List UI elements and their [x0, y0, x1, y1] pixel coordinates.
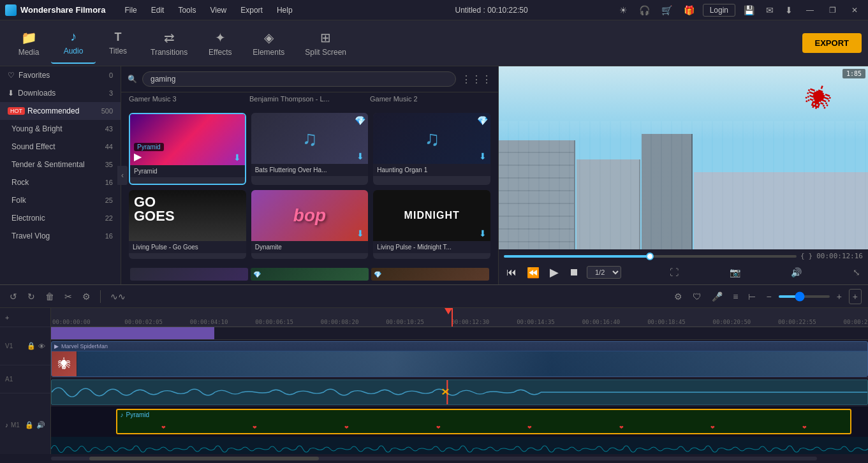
sidebar-item-young-bright[interactable]: Young & Bright 43 [0, 120, 121, 138]
download-icon[interactable]: ⬇ [782, 4, 796, 17]
screenshot-icon[interactable]: 📷 [727, 266, 743, 279]
delete-button[interactable]: 🗑 [42, 290, 57, 304]
tool-titles[interactable]: T Titles [96, 23, 140, 64]
tool-audio[interactable]: ♪ Audio [51, 23, 96, 64]
menu-edit[interactable]: Edit [145, 3, 171, 17]
add-track-button[interactable]: + [849, 289, 862, 304]
audio-card-dynamite[interactable]: bop ⬇ Dynamite [251, 190, 369, 260]
sidebar-item-recommended[interactable]: HOT Recommended 500 [0, 102, 121, 120]
cart-icon[interactable]: 🛒 [658, 4, 675, 17]
search-input[interactable] [142, 71, 456, 87]
headphone-icon[interactable]: 🎧 [636, 4, 653, 17]
grid-view-icon[interactable]: ⋮⋮⋮ [461, 73, 492, 85]
tool-effects[interactable]: ✦ Effects [198, 23, 242, 64]
ruler-mark-3: 00:00:06:15 [255, 319, 293, 325]
favorites-count: 0 [109, 71, 113, 79]
cut-button[interactable]: ✂ [61, 290, 75, 304]
audio-sidebar: ♡ Favorites 0 ⬇ Downloads 3 HOT Recommen… [0, 66, 121, 284]
building-2 [577, 159, 640, 249]
progress-bar[interactable] [504, 255, 797, 258]
settings-icon-2[interactable]: ⚙ [671, 290, 686, 304]
sidebar-collapse-arrow[interactable]: ‹ [117, 166, 128, 185]
sidebar-item-favorites[interactable]: ♡ Favorites 0 [0, 66, 121, 84]
volume-icon-track[interactable]: 🔊 [36, 421, 45, 429]
lock-icon[interactable]: 🔒 [27, 342, 36, 350]
minimize-button[interactable]: — [801, 4, 819, 16]
audio-card-midnight[interactable]: MIDNIGHT ⬇ Living Pulse - Midnight T... [373, 190, 490, 260]
tool-split-screen[interactable]: ⊞ Split Screen [295, 23, 357, 64]
download-icon-5[interactable]: ⬇ [479, 228, 487, 239]
sidebar-item-electronic[interactable]: Electronic 22 [0, 209, 121, 227]
playhead[interactable] [452, 308, 453, 327]
lock-icon-2[interactable]: 🔒 [25, 421, 34, 429]
zoom-out-icon[interactable]: − [763, 290, 774, 304]
restore-button[interactable]: ❐ [824, 4, 841, 16]
menu-view[interactable]: View [203, 3, 233, 17]
menu-tools[interactable]: Tools [172, 3, 202, 17]
audio-card-haunting[interactable]: ♫ 💎 ⬇ Haunting Organ 1 [373, 113, 490, 185]
save-icon[interactable]: 💾 [740, 4, 758, 17]
login-button[interactable]: Login [703, 4, 735, 17]
audio-icon: ♪ [70, 29, 77, 44]
preview-timecode: 00:00:12:16 [816, 252, 863, 260]
step-back-button[interactable]: ⏪ [524, 265, 542, 280]
stop-button[interactable]: ⏹ [566, 265, 582, 279]
sidebar-item-travel-vlog[interactable]: Travel Vlog 16 [0, 227, 121, 245]
tool-elements[interactable]: ◈ Elements [242, 23, 295, 64]
downloads-icon: ⬇ [8, 89, 14, 98]
audio-card-bats[interactable]: ♫ 💎 ⬇ Bats Fluttering Over Ha... [251, 113, 369, 185]
timeline: ↺ ↻ 🗑 ✂ ⚙ ∿∿ ⚙ 🛡 🎤 ≡ ⊢ − + + + V1 🔒 👁 [0, 284, 868, 463]
download-icon-2[interactable]: ⬇ [357, 151, 364, 161]
volume-icon[interactable]: 🔊 [788, 266, 804, 279]
download-icon-4[interactable]: ⬇ [357, 228, 364, 239]
music-clip-pyramid[interactable]: ♪ Pyramid ❤ ❤ ❤ ❤ ❤ ❤ ❤ ❤ [116, 409, 851, 434]
electronic-count: 22 [105, 214, 113, 222]
tool-split-screen-label: Split Screen [305, 48, 346, 57]
expand-icon[interactable]: ⤡ [850, 266, 863, 279]
menu-export[interactable]: Export [234, 3, 269, 17]
premium-icon-2: 💎 [477, 115, 488, 126]
audio-wave-button[interactable]: ∿∿ [107, 290, 129, 304]
video-clip-spiderman[interactable]: ▶ Marvel SpiderMan 🕷 [51, 341, 868, 377]
sidebar-item-downloads[interactable]: ⬇ Downloads 3 [0, 84, 121, 102]
add-icon[interactable]: + [5, 314, 9, 321]
zoom-slider[interactable] [779, 295, 830, 298]
settings-button[interactable]: ⚙ [79, 290, 94, 304]
layout-icon[interactable]: ≡ [730, 290, 741, 304]
menu-file[interactable]: File [118, 3, 143, 17]
redo-button[interactable]: ↻ [24, 290, 38, 304]
export-button[interactable]: EXPORT [802, 33, 862, 53]
download-icon-3[interactable]: ⬇ [479, 151, 487, 161]
fullscreen-icon[interactable]: ⛶ [667, 266, 681, 279]
gift-icon[interactable]: 🎁 [680, 4, 698, 17]
sun-icon[interactable]: ☀ [616, 4, 631, 17]
skip-back-button[interactable]: ⏮ [504, 265, 519, 279]
audio-card-pyramid[interactable]: Pyramid ▶ ⬇ Pyramid [129, 113, 246, 185]
undo-button[interactable]: ↺ [6, 290, 20, 304]
eye-icon[interactable]: 👁 [38, 342, 45, 350]
menu-help[interactable]: Help [270, 3, 299, 17]
tool-transitions-label: Transitions [151, 48, 188, 57]
title-clip[interactable] [51, 327, 214, 339]
download-icon[interactable]: ⬇ [233, 152, 241, 163]
audio-waveform-clip[interactable]: ✕ [51, 379, 868, 405]
audio-card-go-goes[interactable]: GOGOES Living Pulse - Go Goes [129, 190, 246, 260]
shield-icon[interactable]: 🛡 [689, 290, 705, 304]
sidebar-item-sound-effect[interactable]: Sound Effect 44 [0, 138, 121, 156]
play-button[interactable]: ▶ [547, 264, 561, 281]
mail-icon[interactable]: ✉ [763, 4, 777, 17]
mic-icon[interactable]: 🎤 [709, 290, 726, 304]
tool-media[interactable]: 📁 Media [6, 23, 51, 64]
filmstrip: 🕷 [52, 351, 867, 377]
tool-transitions[interactable]: ⇄ Transitions [140, 23, 198, 64]
sidebar-item-tender[interactable]: Tender & Sentimental 35 [0, 156, 121, 173]
downloads-count: 3 [109, 89, 113, 97]
sidebar-item-folk[interactable]: Folk 25 [0, 191, 121, 209]
scrollbar-thumb[interactable] [89, 457, 319, 460]
close-button[interactable]: ✕ [846, 4, 863, 16]
sidebar-item-rock[interactable]: Rock 16 [0, 173, 121, 191]
scrollbar-track[interactable] [51, 457, 817, 460]
zoom-in-icon[interactable]: + [834, 290, 845, 304]
split-icon[interactable]: ⊢ [745, 290, 759, 304]
page-selector[interactable]: 1/2 [587, 266, 621, 279]
